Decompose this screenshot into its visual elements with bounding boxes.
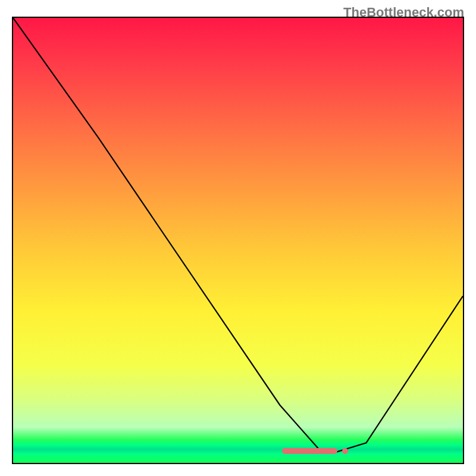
chart-line: [13, 18, 463, 463]
chart-plot-area: [12, 17, 464, 464]
watermark-text: TheBottleneck.com: [343, 5, 464, 20]
optimal-range-marker: [282, 448, 337, 454]
optimal-range-marker-end: [342, 448, 348, 454]
